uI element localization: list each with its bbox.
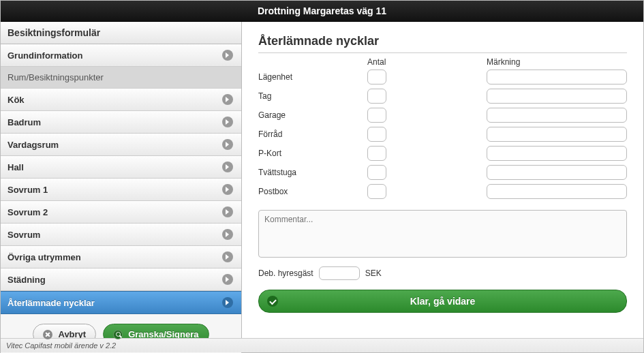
sidebar-item[interactable]: Återlämnade nycklar bbox=[1, 291, 241, 314]
key-row: Lägenhet bbox=[258, 70, 627, 85]
chevron-right-icon bbox=[222, 162, 233, 172]
sidebar-item-label: Återlämnade nycklar bbox=[7, 298, 95, 308]
footer: Vitec Capifast mobil ärende v 2.2 bbox=[1, 338, 643, 352]
sidebar-item[interactable]: Rum/Besiktningspunkter bbox=[1, 67, 241, 89]
markning-input[interactable] bbox=[487, 146, 627, 161]
divider bbox=[258, 52, 627, 53]
sidebar-item-label: Övriga utrymmen bbox=[7, 252, 81, 262]
check-icon bbox=[267, 296, 278, 307]
sidebar-item[interactable]: Övriga utrymmen bbox=[1, 246, 241, 268]
chevron-right-icon bbox=[222, 206, 233, 217]
chevron-right-icon bbox=[222, 117, 233, 127]
proceed-button-label: Klar, gå vidare bbox=[410, 296, 476, 307]
debit-row: Deb. hyresgäst SEK bbox=[258, 266, 627, 280]
antal-input[interactable] bbox=[367, 108, 386, 123]
sidebar-item-label: Hall bbox=[7, 162, 24, 172]
sidebar-item[interactable]: Grundinformation bbox=[1, 44, 241, 67]
key-row: Tag bbox=[258, 89, 627, 104]
footer-text: Vitec Capifast mobil ärende v 2.2 bbox=[6, 341, 116, 350]
key-row-label: Postbox bbox=[258, 187, 367, 196]
markning-input[interactable] bbox=[487, 165, 627, 180]
sidebar-item[interactable]: Sovrum bbox=[1, 224, 241, 246]
antal-input[interactable] bbox=[367, 184, 386, 199]
sidebar-title: Besiktningsformulär bbox=[1, 22, 241, 44]
debit-label: Deb. hyresgäst bbox=[258, 268, 313, 278]
key-row-label: Förråd bbox=[258, 129, 367, 139]
key-row-label: Lägenhet bbox=[258, 72, 367, 82]
sidebar-item-label: Sovrum 2 bbox=[7, 207, 48, 217]
key-row-label: P-Kort bbox=[258, 149, 367, 158]
chevron-right-icon bbox=[222, 274, 233, 285]
search-icon bbox=[113, 330, 123, 339]
chevron-right-icon bbox=[222, 184, 233, 195]
sidebar-item-label: Sovrum bbox=[7, 230, 40, 240]
main-panel: Återlämnade nycklar Antal Märkning Lägen… bbox=[242, 22, 643, 338]
comment-textarea[interactable] bbox=[258, 210, 627, 258]
sidebar-item[interactable]: Hall bbox=[1, 156, 241, 179]
sidebar-item-label: Sovrum 1 bbox=[7, 185, 48, 195]
col-header-antal: Antal bbox=[367, 57, 487, 67]
sidebar: Besiktningsformulär GrundinformationRum/… bbox=[1, 22, 242, 338]
markning-input[interactable] bbox=[487, 108, 627, 123]
markning-input[interactable] bbox=[487, 184, 627, 199]
sidebar-item[interactable]: Vardagsrum bbox=[1, 134, 241, 156]
sidebar-item[interactable]: Städning bbox=[1, 268, 241, 291]
chevron-right-icon bbox=[222, 229, 233, 240]
key-row: P-Kort bbox=[258, 146, 627, 161]
sidebar-item-label: Badrum bbox=[7, 117, 41, 127]
sidebar-item[interactable]: Sovrum 2 bbox=[1, 201, 241, 224]
sidebar-item[interactable]: Badrum bbox=[1, 111, 241, 134]
key-row-label: Garage bbox=[258, 110, 367, 120]
sidebar-item-label: Kök bbox=[7, 95, 25, 105]
markning-input[interactable] bbox=[487, 127, 627, 142]
sidebar-item-label: Grundinformation bbox=[7, 50, 83, 61]
antal-input[interactable] bbox=[367, 165, 386, 180]
chevron-right-icon bbox=[222, 139, 233, 150]
column-headers: Antal Märkning bbox=[258, 57, 627, 67]
markning-input[interactable] bbox=[487, 70, 627, 85]
key-row: Garage bbox=[258, 108, 627, 123]
key-row-label: Tvättstuga bbox=[258, 168, 367, 177]
sidebar-item[interactable]: Kök bbox=[1, 89, 241, 111]
debit-unit: SEK bbox=[365, 268, 382, 278]
debit-input[interactable] bbox=[319, 266, 360, 280]
key-row: Förråd bbox=[258, 127, 627, 142]
col-header-markning: Märkning bbox=[487, 57, 627, 67]
key-row: Tvättstuga bbox=[258, 165, 627, 180]
key-row: Postbox bbox=[258, 184, 627, 199]
chevron-right-icon bbox=[222, 297, 233, 308]
antal-input[interactable] bbox=[367, 146, 386, 161]
chevron-right-icon bbox=[222, 94, 233, 105]
close-icon bbox=[43, 330, 52, 339]
header-title: Drottning Margaretas väg 11 bbox=[258, 5, 386, 16]
sidebar-item[interactable]: Sovrum 1 bbox=[1, 179, 241, 201]
sidebar-item-label: Vardagsrum bbox=[7, 140, 59, 150]
key-row-label: Tag bbox=[258, 91, 367, 101]
proceed-button[interactable]: Klar, gå vidare bbox=[258, 290, 627, 313]
markning-input[interactable] bbox=[487, 89, 627, 104]
sidebar-item-label: Rum/Besiktningspunkter bbox=[7, 72, 104, 82]
chevron-right-icon bbox=[222, 251, 233, 262]
chevron-right-icon bbox=[222, 50, 233, 61]
main-title: Återlämnade nycklar bbox=[258, 34, 627, 48]
antal-input[interactable] bbox=[367, 89, 386, 104]
page-header: Drottning Margaretas väg 11 bbox=[1, 1, 643, 22]
antal-input[interactable] bbox=[367, 127, 386, 142]
sidebar-item-label: Städning bbox=[7, 275, 46, 285]
antal-input[interactable] bbox=[367, 70, 386, 85]
